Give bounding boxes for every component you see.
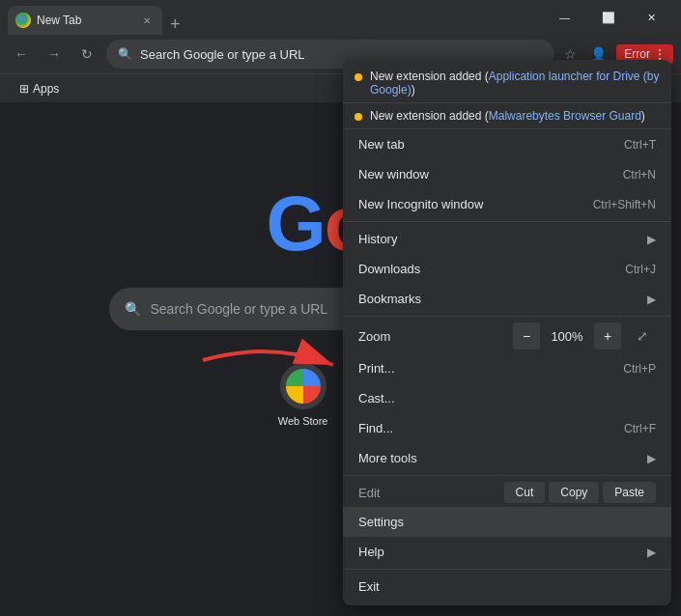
bookmarks-arrow-icon: ▶ [647, 293, 656, 306]
maximize-button[interactable]: ⬜ [586, 2, 630, 33]
separator-3 [343, 475, 671, 476]
context-menu: New extension added (Application launche… [343, 60, 671, 605]
zoom-label: Zoom [358, 329, 505, 344]
cut-button[interactable]: Cut [504, 482, 546, 503]
notification-2[interactable]: New extension added (Malwarebytes Browse… [343, 103, 671, 129]
notification-1[interactable]: New extension added (Application launche… [343, 64, 671, 103]
menu-item-new-window[interactable]: New window Ctrl+N [343, 159, 671, 189]
notif-text-1: New extension added (Application launche… [370, 70, 660, 97]
menu-label-help: Help [358, 545, 639, 559]
forward-button[interactable]: → [41, 41, 68, 68]
menu-label-downloads: Downloads [358, 262, 625, 276]
close-button[interactable]: ✕ [630, 2, 673, 33]
menu-label-bookmarks: Bookmarks [358, 292, 639, 306]
menu-item-print[interactable]: Print... Ctrl+P [343, 353, 671, 383]
menu-shortcut-new-window: Ctrl+N [623, 168, 656, 182]
menu-item-find[interactable]: Find... Ctrl+F [343, 413, 671, 443]
menu-label-settings: Settings [358, 515, 656, 529]
menu-item-bookmarks[interactable]: Bookmarks ▶ [343, 284, 671, 314]
refresh-button[interactable]: ↻ [73, 41, 100, 68]
title-bar: New Tab ✕ + — ⬜ ✕ [0, 0, 681, 35]
menu-label-find: Find... [358, 421, 624, 435]
menu-label-new-tab: New tab [358, 137, 624, 152]
error-label: Error [624, 47, 650, 61]
menu-label-new-window: New window [358, 167, 623, 182]
webstore-label: Web Store [278, 415, 328, 427]
notif-dot-1 [355, 73, 362, 81]
error-menu-icon: ⋮ [654, 47, 666, 61]
menu-shortcut-find: Ctrl+F [624, 422, 656, 435]
menu-shortcut-print: Ctrl+P [623, 362, 656, 376]
help-arrow-icon: ▶ [647, 546, 656, 559]
menu-item-help[interactable]: Help ▶ [343, 537, 671, 567]
logo-g: G [267, 181, 325, 266]
menu-label-exit: Exit [358, 579, 656, 594]
menu-item-downloads[interactable]: Downloads Ctrl+J [343, 254, 671, 284]
active-tab[interactable]: New Tab ✕ [8, 6, 162, 35]
menu-shortcut-new-tab: Ctrl+T [624, 138, 656, 152]
arrow-pointer [193, 336, 348, 388]
menu-item-cast[interactable]: Cast... [343, 383, 671, 413]
arrow-svg [193, 336, 348, 384]
zoom-fullscreen-button[interactable]: ⤢ [629, 322, 656, 350]
menu-item-history[interactable]: History ▶ [343, 224, 671, 254]
menu-label-print: Print... [358, 361, 623, 376]
apps-grid-icon: ⊞ [19, 82, 29, 96]
separator-1 [343, 221, 671, 222]
notif-text-2: New extension added (Malwarebytes Browse… [370, 109, 645, 123]
menu-item-incognito[interactable]: New Incognito window Ctrl+Shift+N [343, 189, 671, 219]
zoom-row: Zoom − 100% + ⤢ [343, 319, 671, 353]
menu-label-history: History [358, 232, 639, 246]
tab-favicon [15, 13, 31, 28]
separator-2 [343, 316, 671, 317]
zoom-percentage: 100% [548, 329, 586, 344]
menu-label-incognito: New Incognito window [358, 197, 593, 211]
menu-item-settings[interactable]: Settings [343, 507, 671, 537]
window-controls: — ⬜ ✕ [543, 2, 673, 33]
zoom-plus-button[interactable]: + [594, 322, 621, 350]
search-box-icon: 🔍 [125, 301, 141, 317]
tab-title: New Tab [37, 14, 81, 27]
separator-4 [343, 569, 671, 570]
copy-button[interactable]: Copy [549, 482, 599, 503]
apps-label: Apps [33, 82, 59, 96]
notif-link-1[interactable]: Application launcher for Drive (by Googl… [370, 70, 660, 97]
menu-item-new-tab[interactable]: New tab Ctrl+T [343, 129, 671, 159]
new-tab-button[interactable]: + [162, 14, 188, 35]
menu-item-more-tools[interactable]: More tools ▶ [343, 443, 671, 473]
more-tools-arrow-icon: ▶ [647, 452, 656, 465]
zoom-minus-button[interactable]: − [513, 322, 540, 350]
paste-button[interactable]: Paste [603, 482, 656, 503]
tab-close-button[interactable]: ✕ [139, 13, 155, 28]
url-bar-search-icon: 🔍 [118, 47, 132, 61]
tab-area: New Tab ✕ + [8, 0, 539, 35]
edit-row: Edit Cut Copy Paste [343, 478, 671, 507]
menu-label-more-tools: More tools [358, 451, 639, 465]
back-button[interactable]: ← [8, 41, 35, 68]
notif-link-2[interactable]: Malwarebytes Browser Guard [489, 109, 641, 123]
minimize-button[interactable]: — [543, 2, 586, 33]
menu-shortcut-downloads: Ctrl+J [625, 263, 656, 276]
menu-item-exit[interactable]: Exit [343, 572, 671, 602]
edit-label: Edit [358, 486, 500, 500]
menu-label-cast: Cast... [358, 391, 656, 406]
apps-bookmark[interactable]: ⊞ Apps [12, 78, 67, 99]
menu-shortcut-incognito: Ctrl+Shift+N [593, 198, 656, 211]
notif-dot-2 [355, 113, 362, 121]
history-arrow-icon: ▶ [647, 233, 656, 246]
